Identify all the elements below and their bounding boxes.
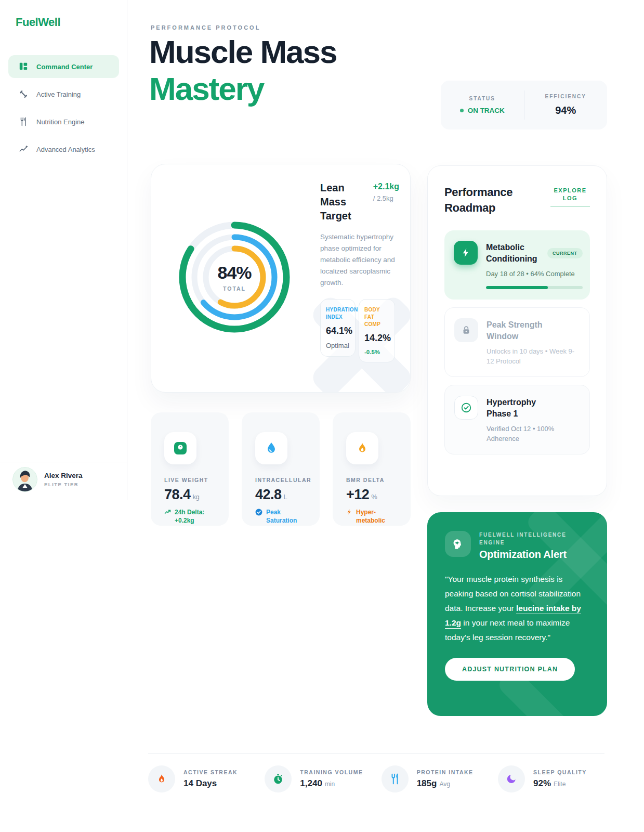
- lean-mass-details: Lean Mass Target +2.1kg / 2.5kg Systemat…: [320, 181, 399, 362]
- metric-note: Peak Saturation: [255, 508, 307, 525]
- stat-training-volume: TRAINING VOLUME 1,240min: [265, 765, 371, 792]
- stopwatch-icon: [265, 765, 292, 792]
- alert-title: Optimization Alert: [479, 549, 583, 561]
- stat-sleep-quality: SLEEP QUALITY 92%Elite: [498, 765, 604, 792]
- stat-protein-intake: PROTEIN INTAKE 185gAvg: [382, 765, 488, 792]
- adjust-nutrition-button[interactable]: ADJUST NUTRITION PLAN: [445, 658, 575, 681]
- body-fat-note: -0.5%: [364, 349, 389, 355]
- target-description: Systematic hypertrophy phase optimized f…: [320, 231, 399, 289]
- metric-unit: %: [371, 493, 377, 501]
- progress-bar-fill: [486, 286, 548, 289]
- status-value: ON TRACK: [460, 107, 505, 114]
- bmr-delta-card: BMR DELTA +12% Hyper-metabolic: [333, 412, 411, 526]
- explore-log-link[interactable]: EXPLORE LOG: [550, 187, 590, 207]
- metric-value: 42.8L: [255, 487, 307, 503]
- progress-rings: 84% TOTAL: [175, 217, 294, 337]
- target-numbers: +2.1kg / 2.5kg: [373, 181, 399, 223]
- sidebar-item-label: Active Training: [36, 90, 81, 98]
- roadmap-title: Performance Roadmap: [444, 185, 522, 216]
- stat-label: TRAINING VOLUME: [300, 769, 363, 775]
- lightning-icon: [454, 241, 478, 265]
- status-card: STATUS ON TRACK EFFICIENCY 94%: [441, 81, 607, 129]
- hydration-note: Optimal: [326, 342, 350, 349]
- live-weight-card: LIVE WEIGHT 78.4kg 24h Delta: +0.2kg: [151, 412, 229, 526]
- body-fat-label: BODY FAT COMP: [364, 306, 389, 328]
- profile[interactable]: Alex Rivera ELITE TIER: [12, 467, 83, 492]
- flame-icon: [148, 765, 175, 792]
- metric-label: LIVE WEIGHT: [164, 477, 216, 483]
- stat-value: 14 Days: [183, 778, 238, 789]
- roadmap-list: Metabolic Conditioning CURRENT Day 18 of…: [444, 230, 590, 454]
- alert-eyebrow: FUELWELL INTELLIGENCE ENGINE: [479, 531, 583, 547]
- status-dot-icon: [460, 109, 464, 112]
- roadmap-item-metabolic-conditioning[interactable]: Metabolic Conditioning CURRENT Day 18 of…: [444, 230, 590, 300]
- page-title: Muscle MassMastery: [149, 33, 337, 107]
- lean-mass-card: 84% TOTAL Lean Mass Target +2.1kg / 2.5k…: [151, 164, 411, 393]
- avatar: [12, 467, 37, 492]
- efficiency-value: 94%: [555, 105, 576, 116]
- sidebar-nav: Command Center Active Training Nutrition…: [8, 55, 119, 165]
- target-title: Lean Mass Target: [320, 181, 365, 223]
- page-title-line2: Mastery: [149, 70, 337, 107]
- metric-note: 24h Delta: +0.2kg: [164, 508, 216, 525]
- sidebar-item-label: Advanced Analytics: [36, 146, 95, 153]
- roadmap-item-hypertrophy-phase-1[interactable]: Hypertrophy Phase 1 Verified Oct 12 • 10…: [444, 385, 590, 454]
- sidebar-item-nutrition-engine[interactable]: Nutrition Engine: [8, 110, 119, 133]
- page-eyebrow: PERFORMANCE PROTOCOL: [151, 24, 260, 31]
- ring-center: 84% TOTAL: [175, 217, 294, 337]
- profile-tier: ELITE TIER: [44, 482, 83, 487]
- progress-bar: [486, 286, 583, 289]
- roadmap-item-title: Peak Strength Window: [487, 319, 548, 342]
- sidebar-divider: [0, 462, 127, 462]
- roadmap-item-subtitle: Verified Oct 12 • 100% Adherence: [487, 424, 580, 444]
- stat-value: 1,240min: [300, 778, 363, 789]
- status-label: STATUS: [469, 96, 495, 101]
- performance-roadmap: Performance Roadmap EXPLORE LOG Metaboli…: [427, 165, 607, 496]
- sidebar-item-label: Command Center: [36, 63, 93, 71]
- status-column: STATUS ON TRACK: [441, 96, 524, 114]
- metric-label: BMR DELTA: [346, 477, 398, 483]
- alert-message: "Your muscle protein synthesis is peakin…: [445, 572, 589, 645]
- current-badge: CURRENT: [547, 248, 583, 258]
- roadmap-item-peak-strength[interactable]: Peak Strength Window Unlocks in 10 days …: [444, 307, 590, 377]
- ai-head-icon: [445, 531, 471, 557]
- body-fat-box: BODY FAT COMP 14.2% -0.5%: [359, 299, 395, 362]
- stat-label: PROTEIN INTAKE: [417, 769, 474, 775]
- utensils-icon: [19, 117, 28, 126]
- page-title-line1: Muscle Mass: [149, 34, 337, 70]
- dumbbell-icon: [19, 89, 28, 99]
- metric-note: Hyper-metabolic: [346, 508, 398, 525]
- hero-stat-boxes: HYDRATION INDEX 64.1% Optimal BODY FAT C…: [320, 299, 399, 362]
- total-percent: 84%: [217, 263, 251, 283]
- target-delta: +2.1kg: [373, 182, 399, 191]
- stat-label: SLEEP QUALITY: [533, 769, 587, 775]
- metric-value: 78.4kg: [164, 487, 216, 503]
- efficiency-column: EFFICIENCY 94%: [524, 94, 608, 116]
- stat-active-streak: ACTIVE STREAK 14 Days: [148, 765, 255, 792]
- check-icon: [454, 396, 478, 420]
- sidebar-item-command-center[interactable]: Command Center: [8, 55, 119, 78]
- footer-divider: [148, 753, 604, 754]
- sidebar-item-active-training[interactable]: Active Training: [8, 83, 119, 106]
- sidebar: FuelWell Command Center Active Training …: [0, 0, 127, 500]
- trend-up-icon: [164, 509, 171, 525]
- intracellular-card: INTRACELLULAR 42.8L Peak Saturation: [242, 412, 320, 526]
- roadmap-item-subtitle: Day 18 of 28 • 64% Complete: [486, 269, 583, 279]
- fuelwell-dashboard: FuelWell Command Center Active Training …: [0, 0, 644, 832]
- grid-icon: [19, 62, 28, 71]
- hydration-value: 64.1%: [326, 326, 350, 336]
- hydration-label: HYDRATION INDEX: [326, 306, 350, 321]
- profile-meta: Alex Rivera ELITE TIER: [44, 472, 83, 487]
- lock-icon: [454, 318, 478, 342]
- sidebar-item-label: Nutrition Engine: [36, 118, 85, 126]
- footer-stats: ACTIVE STREAK 14 Days TRAINING VOLUME 1,…: [148, 765, 604, 792]
- utensils-icon: [382, 765, 409, 792]
- check-circle-icon: [255, 509, 262, 525]
- stat-value: 185gAvg: [417, 778, 474, 789]
- roadmap-item-title: Hypertrophy Phase 1: [487, 397, 548, 420]
- stat-label: ACTIVE STREAK: [183, 769, 238, 775]
- body-fat-value: 14.2%: [364, 333, 389, 344]
- metric-unit: L: [284, 493, 287, 501]
- sidebar-item-advanced-analytics[interactable]: Advanced Analytics: [8, 138, 119, 161]
- stat-value: 92%Elite: [533, 778, 587, 789]
